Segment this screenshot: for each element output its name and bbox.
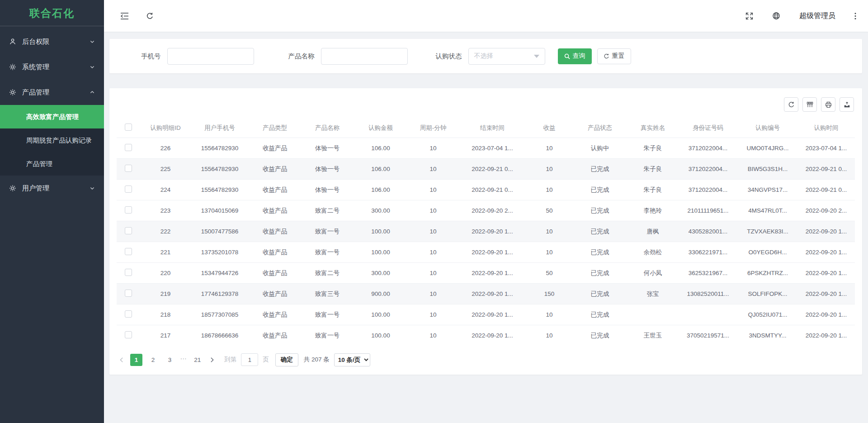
next-page-icon[interactable] (208, 357, 216, 363)
status-select[interactable]: 不选择 (468, 48, 545, 65)
column-header: 真实姓名 (627, 119, 678, 138)
row-checkbox[interactable] (125, 310, 132, 318)
cell-id: 222 (140, 221, 191, 242)
page-button-3[interactable]: 3 (164, 354, 176, 366)
column-header: 认购时间 (797, 119, 855, 138)
print-button[interactable] (821, 97, 835, 112)
column-header: 产品类型 (249, 119, 301, 138)
cell-id_card: 21011119651... (678, 200, 738, 221)
sidebar-item-product-management[interactable]: 产品管理 (0, 80, 104, 105)
cell-code: 3NDSMTYY... (738, 325, 797, 346)
cell-type: 收益产品 (249, 221, 301, 242)
cell-period: 10 (408, 284, 458, 304)
status-placeholder: 不选择 (474, 52, 534, 60)
cell-real_name: 朱子良 (627, 138, 678, 159)
row-checkbox[interactable] (125, 165, 132, 172)
table-row: 22313704015069收益产品致富二号300.00102022-09-20… (117, 200, 855, 221)
cell-name: 体验一号 (301, 180, 354, 200)
cell-profit: 10 (526, 242, 572, 263)
cell-buy_time: 2023-07-04 1... (797, 138, 855, 159)
chevron-up-icon (90, 90, 95, 95)
columns-icon-button[interactable] (802, 97, 817, 112)
row-checkbox[interactable] (125, 290, 132, 297)
cell-code: BIW5G3S1H... (738, 159, 797, 180)
cell-end_time: 2022-09-20 1... (458, 284, 526, 304)
reset-icon (604, 53, 609, 59)
refresh-icon[interactable] (146, 12, 154, 20)
sidebar-item-label: 用户管理 (22, 184, 49, 193)
row-checkbox[interactable] (125, 331, 132, 338)
sidebar-menu: 后台权限系统管理产品管理高效致富产品管理周期脱贫产品认购记录产品管理用户管理 (0, 26, 104, 201)
cell-profit: 10 (526, 304, 572, 325)
reset-button-label: 重置 (612, 52, 625, 60)
cell-status: 已完成 (572, 242, 627, 263)
page-button-1[interactable]: 1 (130, 354, 142, 366)
prev-page-icon[interactable] (118, 357, 126, 363)
more-pages[interactable]: ... (180, 354, 187, 366)
page-button-2[interactable]: 2 (147, 354, 159, 366)
row-checkbox[interactable] (125, 248, 132, 255)
sidebar-subitem-efficient-rich-product-management[interactable]: 高效致富产品管理 (0, 105, 104, 128)
submenu-product-management: 高效致富产品管理周期脱贫产品认购记录产品管理 (0, 105, 104, 176)
select-all-checkbox[interactable] (125, 124, 132, 131)
reset-button[interactable]: 重置 (597, 48, 631, 64)
per-page-select[interactable]: 10 条/页 (334, 353, 370, 366)
goto-page-input[interactable] (241, 353, 258, 366)
cell-real_name: 余劲松 (627, 242, 678, 263)
sidebar-item-system-management[interactable]: 系统管理 (0, 54, 104, 80)
cell-amount: 100.00 (354, 242, 408, 263)
cell-status: 已完成 (572, 159, 627, 180)
cell-end_time: 2022-09-21 0... (458, 159, 526, 180)
cell-phone: 13704015069 (191, 200, 249, 221)
table-refresh-button[interactable] (784, 97, 798, 112)
search-icon (564, 53, 570, 59)
cell-buy_time: 2022-09-20 1... (797, 325, 855, 346)
sidebar-subitem-product-management-sub[interactable]: 产品管理 (0, 152, 104, 176)
kebab-menu-icon[interactable] (854, 12, 856, 20)
cell-profit: 10 (526, 325, 572, 346)
cell-name: 体验一号 (301, 159, 354, 180)
cell-period: 10 (408, 304, 458, 325)
topbar: 超级管理员 (104, 0, 868, 32)
row-checkbox[interactable] (125, 206, 132, 214)
cell-end_time: 2022-09-21 0... (458, 180, 526, 200)
row-checkbox[interactable] (125, 185, 132, 193)
row-checkbox[interactable] (125, 269, 132, 276)
chevron-down-icon (90, 64, 95, 70)
sidebar-subitem-cycle-poverty-purchase-records[interactable]: 周期脱贫产品认购记录 (0, 128, 104, 152)
sidebar-item-user-management[interactable]: 用户管理 (0, 176, 104, 201)
cell-amount: 106.00 (354, 138, 408, 159)
product-name-input[interactable] (321, 48, 408, 65)
search-button[interactable]: 查询 (558, 48, 592, 64)
sidebar-item-backend-permissions[interactable]: 后台权限 (0, 29, 104, 54)
cell-status: 已完成 (572, 200, 627, 221)
goto-label: 到第 (224, 356, 236, 364)
cell-type: 收益产品 (249, 138, 301, 159)
page-button-21[interactable]: 21 (191, 354, 203, 366)
admin-name[interactable]: 超级管理员 (799, 11, 835, 21)
cell-real_name: 张宝 (627, 284, 678, 304)
chevron-down-icon (90, 185, 95, 191)
cell-name: 致富二号 (301, 263, 354, 284)
export-button[interactable] (840, 97, 854, 112)
cell-real_name: 朱子良 (627, 180, 678, 200)
cell-id_card: 13082520011... (678, 284, 738, 304)
status-label: 认购状态 (436, 52, 462, 61)
cell-type: 收益产品 (249, 263, 301, 284)
cell-amount: 106.00 (354, 180, 408, 200)
globe-icon[interactable] (772, 12, 780, 20)
app-root: 联合石化 后台权限系统管理产品管理高效致富产品管理周期脱贫产品认购记录产品管理用… (0, 0, 868, 423)
phone-input[interactable] (167, 48, 254, 65)
cell-buy_time: 2022-09-21 0... (797, 180, 855, 200)
row-checkbox[interactable] (125, 227, 132, 234)
cell-buy_time: 2022-09-21 0... (797, 159, 855, 180)
cell-period: 10 (408, 180, 458, 200)
gear-icon (9, 63, 17, 71)
filter-card: 手机号 产品名称 认购状态 不选择 查询 (109, 39, 862, 73)
collapse-sidebar-icon[interactable] (120, 12, 129, 20)
table-row: 22615564782930收益产品体验一号106.00102023-07-04… (117, 138, 855, 159)
fullscreen-icon[interactable] (745, 12, 753, 20)
cell-code: 6PSKZHTRZ... (738, 263, 797, 284)
confirm-page-button[interactable]: 确定 (275, 353, 298, 366)
row-checkbox[interactable] (125, 144, 132, 151)
